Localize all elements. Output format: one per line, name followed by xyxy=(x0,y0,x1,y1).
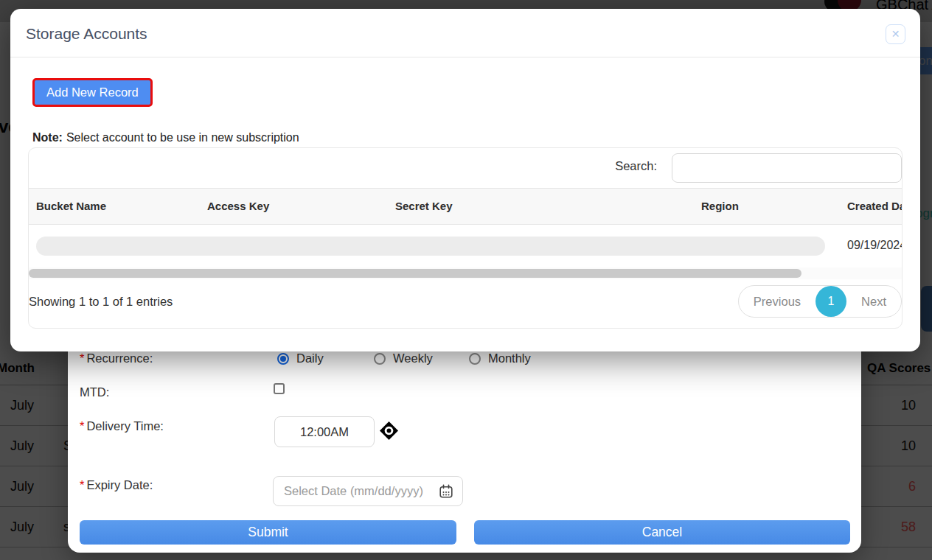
add-new-record-button[interactable]: Add New Record xyxy=(32,78,153,107)
column-header-secret-key[interactable]: Secret Key xyxy=(395,200,453,212)
redacted-account-data xyxy=(36,237,825,256)
required-asterisk: * xyxy=(80,478,84,491)
grid-footer: Showing 1 to 1 of 1 entries Previous 1 N… xyxy=(29,279,902,326)
radio-daily-label[interactable]: Daily xyxy=(296,351,324,365)
previous-page-button[interactable]: Previous xyxy=(739,295,816,309)
expiry-date-input[interactable] xyxy=(274,484,439,498)
horizontal-scrollbar-track xyxy=(29,267,902,279)
pagination: Previous 1 Next xyxy=(738,285,902,318)
expiry-date-field[interactable] xyxy=(273,476,463,506)
current-page-button[interactable]: 1 xyxy=(816,286,846,317)
account-row[interactable]: 09/19/2024 xyxy=(29,225,902,267)
expiry-date-label: *Expiry Date: xyxy=(80,478,153,492)
radio-monthly-label[interactable]: Monthly xyxy=(488,351,531,365)
required-asterisk: * xyxy=(80,351,84,365)
radio-weekly-label[interactable]: Weekly xyxy=(393,351,433,365)
delivery-time-label: *Delivery Time: xyxy=(80,419,164,433)
note-text: Note:Select account to be use in new sub… xyxy=(32,131,299,144)
note-label: Note: xyxy=(32,131,63,144)
accounts-grid: Search: Bucket Name Access Key Secret Ke… xyxy=(28,147,903,329)
created-date-cell: 09/19/2024 xyxy=(847,239,903,252)
modal-title: Storage Accounts xyxy=(26,25,147,43)
radio-weekly[interactable] xyxy=(374,353,386,365)
time-picker-target-icon[interactable] xyxy=(380,421,398,440)
horizontal-scrollbar-thumb[interactable] xyxy=(29,269,801,278)
next-page-button[interactable]: Next xyxy=(846,295,901,309)
entries-status: Showing 1 to 1 of 1 entries xyxy=(29,295,173,309)
cancel-button[interactable]: Cancel xyxy=(474,520,850,545)
column-header-access-key[interactable]: Access Key xyxy=(207,200,269,212)
recurrence-label: *Recurrence: xyxy=(80,351,153,365)
search-input[interactable] xyxy=(672,153,902,183)
grid-header-row: Bucket Name Access Key Secret Key Region… xyxy=(29,188,902,225)
mtd-label: MTD: xyxy=(80,385,109,399)
delivery-time-input[interactable] xyxy=(274,416,375,447)
mtd-checkbox[interactable] xyxy=(274,383,285,394)
column-header-bucket-name[interactable]: Bucket Name xyxy=(36,200,106,212)
search-label: Search: xyxy=(615,159,657,173)
storage-accounts-modal: Storage Accounts ✕ Add New Record Note:S… xyxy=(10,9,920,351)
search-row: Search: xyxy=(29,148,902,188)
column-header-region[interactable]: Region xyxy=(701,200,739,212)
radio-daily[interactable] xyxy=(277,353,289,365)
modal-header: Storage Accounts ✕ xyxy=(10,9,920,57)
required-asterisk: * xyxy=(80,419,84,433)
subscription-form-modal: *Recurrence: Daily Weekly Monthly MTD: *… xyxy=(68,324,861,553)
close-icon[interactable]: ✕ xyxy=(886,24,905,44)
submit-button[interactable]: Submit xyxy=(80,520,456,545)
radio-monthly[interactable] xyxy=(469,353,481,365)
calendar-icon[interactable] xyxy=(439,484,453,499)
column-header-created-date[interactable]: Created Date xyxy=(847,200,903,212)
